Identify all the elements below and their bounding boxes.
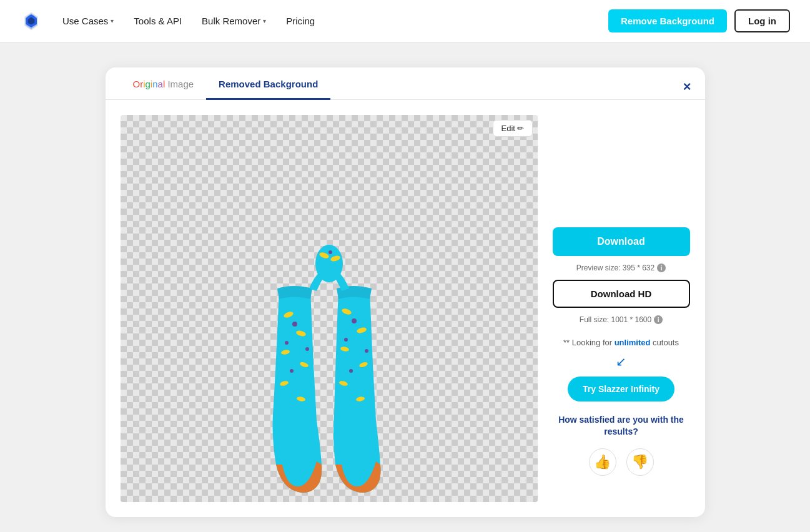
- tab-removed-background[interactable]: Removed Background: [206, 67, 330, 100]
- close-button[interactable]: ×: [683, 79, 691, 95]
- edit-button[interactable]: Edit ✏: [493, 120, 532, 137]
- transparent-image-container: [121, 115, 538, 502]
- tabs: Original Image Removed Background: [106, 67, 705, 100]
- svg-point-24: [328, 250, 332, 254]
- svg-point-7: [292, 322, 297, 327]
- full-size-info: Full size: 1001 * 1600 i: [580, 315, 663, 324]
- tab-original-image[interactable]: Original Image: [121, 67, 207, 100]
- nav-pricing[interactable]: Pricing: [286, 16, 315, 26]
- fullsize-info-icon[interactable]: i: [654, 315, 663, 324]
- svg-point-20: [349, 369, 353, 373]
- arrow-icon: ↙: [616, 354, 626, 369]
- login-button[interactable]: Log in: [734, 9, 790, 32]
- image-area: Edit ✏: [121, 115, 538, 502]
- header: Use Cases ▾ Tools & API Bulk Remover ▾ P…: [0, 0, 810, 42]
- card-body: Edit ✏: [106, 100, 705, 517]
- unlimited-promo-text: ** Looking for unlimited cutouts: [563, 337, 679, 349]
- svg-point-9: [305, 347, 309, 351]
- svg-point-19: [365, 349, 368, 353]
- main-nav: Use Cases ▾ Tools & API Bulk Remover ▾ P…: [62, 16, 608, 26]
- right-panel: Download Preview size: 395 * 632 i Downl…: [553, 115, 690, 502]
- nav-use-cases[interactable]: Use Cases ▾: [62, 16, 114, 26]
- svg-point-10: [290, 369, 294, 373]
- satisfaction-question: How satisfied are you with the results?: [553, 414, 690, 438]
- result-card: × Original Image Removed Background Edit…: [106, 67, 705, 517]
- svg-point-21: [315, 245, 343, 282]
- remove-background-button[interactable]: Remove Background: [608, 9, 727, 32]
- logo[interactable]: [20, 10, 42, 32]
- svg-point-18: [344, 338, 348, 342]
- chevron-down-icon: ▾: [111, 17, 114, 24]
- header-actions: Remove Background Log in: [608, 9, 790, 32]
- product-image: [242, 240, 417, 502]
- preview-info-icon[interactable]: i: [657, 264, 666, 272]
- chevron-down-icon: ▾: [263, 17, 266, 24]
- main-content: × Original Image Removed Background Edit…: [0, 42, 810, 532]
- download-button[interactable]: Download: [553, 227, 690, 256]
- feedback-buttons: 👍 👎: [589, 448, 654, 476]
- nav-bulk-remover[interactable]: Bulk Remover ▾: [202, 16, 266, 26]
- thumbs-down-button[interactable]: 👎: [626, 448, 654, 476]
- nav-tools-api[interactable]: Tools & API: [134, 16, 182, 26]
- infinity-button[interactable]: Try Slazzer Infinity: [568, 377, 674, 401]
- svg-point-17: [352, 318, 357, 323]
- svg-point-8: [285, 341, 289, 345]
- preview-size-info: Preview size: 395 * 632 i: [576, 264, 666, 272]
- download-hd-button[interactable]: Download HD: [553, 280, 690, 308]
- thumbs-up-button[interactable]: 👍: [589, 448, 616, 476]
